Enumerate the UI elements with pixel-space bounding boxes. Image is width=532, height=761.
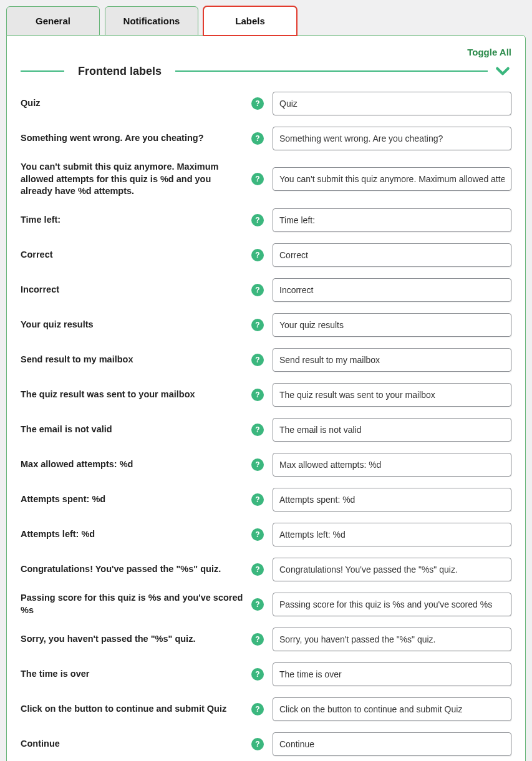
label-text: The email is not valid xyxy=(21,424,245,436)
label-text: Send result to my mailbox xyxy=(21,354,245,366)
label-input-wrap xyxy=(273,662,511,686)
help-icon[interactable]: ? xyxy=(251,249,264,261)
help-icon[interactable]: ? xyxy=(251,738,264,750)
label-text: Correct xyxy=(21,249,245,261)
tab-panel-labels: Toggle All Frontend labels Quiz?Somethin… xyxy=(6,35,526,761)
help-icon[interactable]: ? xyxy=(251,563,264,576)
label-row: Incorrect? xyxy=(21,278,511,303)
help-icon[interactable]: ? xyxy=(251,354,264,366)
label-input[interactable] xyxy=(273,92,511,115)
label-text: Something went wrong. Are you cheating? xyxy=(21,132,245,145)
help-icon[interactable]: ? xyxy=(251,598,264,611)
label-input-wrap xyxy=(273,383,511,407)
label-text: Continue xyxy=(21,738,245,750)
label-input[interactable] xyxy=(273,662,511,686)
label-row: You can't submit this quiz anymore. Maxi… xyxy=(21,161,511,198)
label-input-wrap xyxy=(273,243,511,267)
label-text: Passing score for this quiz is %s and yo… xyxy=(21,592,245,616)
label-input[interactable] xyxy=(273,488,511,511)
label-input[interactable] xyxy=(273,523,511,546)
section-header: Frontend labels xyxy=(21,62,511,80)
label-row: Continue? xyxy=(21,732,511,757)
label-row: Time left:? xyxy=(21,208,511,233)
help-icon[interactable]: ? xyxy=(251,319,264,331)
label-input[interactable] xyxy=(273,418,511,442)
label-input-wrap xyxy=(273,523,511,546)
help-icon[interactable]: ? xyxy=(251,284,264,296)
label-text: The quiz result was sent to your mailbox xyxy=(21,389,245,401)
tab-notifications[interactable]: Notifications xyxy=(105,6,198,36)
label-text: Time left: xyxy=(21,214,245,226)
label-input-wrap xyxy=(273,92,511,115)
label-input[interactable] xyxy=(273,127,511,150)
help-icon[interactable]: ? xyxy=(251,493,264,506)
label-row: Max allowed attempts: %d? xyxy=(21,452,511,477)
label-row: Passing score for this quiz is %s and yo… xyxy=(21,592,511,617)
label-input[interactable] xyxy=(273,732,511,756)
label-text: Incorrect xyxy=(21,284,245,296)
help-icon[interactable]: ? xyxy=(251,458,264,471)
label-row: Send result to my mailbox? xyxy=(21,347,511,372)
label-input-wrap xyxy=(273,278,511,302)
tabs-bar: General Notifications Labels xyxy=(6,6,526,35)
help-icon[interactable]: ? xyxy=(251,214,264,226)
label-input[interactable] xyxy=(273,453,511,477)
label-text: Attempts spent: %d xyxy=(21,493,245,506)
label-input-wrap xyxy=(273,488,511,511)
chevron-down-icon xyxy=(495,63,511,79)
label-input-wrap xyxy=(273,697,511,721)
tab-general[interactable]: General xyxy=(6,6,100,36)
label-row: Sorry, you haven't passed the "%s" quiz.… xyxy=(21,627,511,652)
label-row: Congratulations! You've passed the "%s" … xyxy=(21,557,511,582)
label-text: Sorry, you haven't passed the "%s" quiz. xyxy=(21,633,245,646)
label-input[interactable] xyxy=(273,167,511,191)
label-row: The quiz result was sent to your mailbox… xyxy=(21,382,511,407)
help-icon[interactable]: ? xyxy=(251,633,264,646)
label-text: Your quiz results xyxy=(21,319,245,331)
help-icon[interactable]: ? xyxy=(251,132,264,145)
label-row: Attempts spent: %d? xyxy=(21,487,511,512)
label-row: Quiz? xyxy=(21,91,511,116)
label-text: Max allowed attempts: %d xyxy=(21,458,245,471)
help-icon[interactable]: ? xyxy=(251,173,264,185)
help-icon[interactable]: ? xyxy=(251,703,264,715)
label-row: Attempts left: %d? xyxy=(21,522,511,547)
label-input[interactable] xyxy=(273,383,511,407)
label-input[interactable] xyxy=(273,208,511,232)
label-text: Attempts left: %d xyxy=(21,528,245,541)
divider-right xyxy=(175,70,488,72)
tab-labels[interactable]: Labels xyxy=(203,6,297,36)
help-icon[interactable]: ? xyxy=(251,389,264,401)
label-input[interactable] xyxy=(273,593,511,616)
label-row: Correct? xyxy=(21,243,511,268)
label-input-wrap xyxy=(273,348,511,372)
label-input[interactable] xyxy=(273,243,511,267)
help-icon[interactable]: ? xyxy=(251,97,264,110)
label-row: Something went wrong. Are you cheating?? xyxy=(21,126,511,151)
label-text: You can't submit this quiz anymore. Maxi… xyxy=(21,161,245,198)
toggle-all-button[interactable]: Toggle All xyxy=(21,44,511,60)
label-input[interactable] xyxy=(273,313,511,337)
label-input[interactable] xyxy=(273,348,511,372)
label-input[interactable] xyxy=(273,697,511,721)
divider-left xyxy=(21,70,64,72)
label-input-wrap xyxy=(273,558,511,581)
help-icon[interactable]: ? xyxy=(251,668,264,681)
label-input-wrap xyxy=(273,127,511,150)
section-toggle[interactable] xyxy=(494,62,511,80)
label-text: The time is over xyxy=(21,668,245,681)
label-row: Click on the button to continue and subm… xyxy=(21,697,511,722)
label-input-wrap xyxy=(273,313,511,337)
label-input-wrap xyxy=(273,628,511,651)
label-input[interactable] xyxy=(273,278,511,302)
help-icon[interactable]: ? xyxy=(251,424,264,436)
label-input[interactable] xyxy=(273,628,511,651)
label-input[interactable] xyxy=(273,558,511,581)
label-text: Congratulations! You've passed the "%s" … xyxy=(21,563,245,576)
help-icon[interactable]: ? xyxy=(251,528,264,541)
label-input-wrap xyxy=(273,208,511,232)
label-input-wrap xyxy=(273,418,511,442)
section-title: Frontend labels xyxy=(64,65,175,78)
label-text: Click on the button to continue and subm… xyxy=(21,703,245,715)
labels-list: Quiz?Something went wrong. Are you cheat… xyxy=(21,91,511,761)
